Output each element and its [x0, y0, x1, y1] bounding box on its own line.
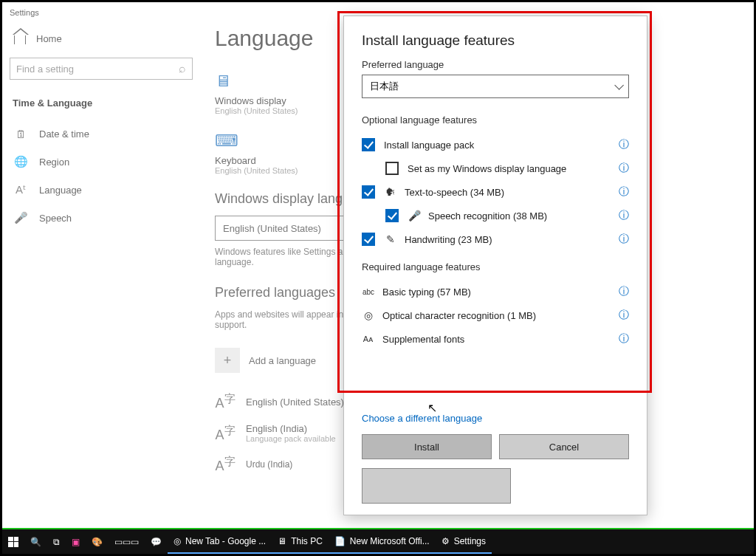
windows-logo-icon	[8, 537, 18, 547]
language-icon: Aᵗ	[14, 183, 27, 196]
taskbar: 🔍 ⧉ ▣ 🎨 ▭▭▭ 💬 ◎ New Tab - Google ... 🖥 T…	[2, 528, 754, 554]
home-label: Home	[36, 33, 62, 44]
start-button[interactable]	[2, 529, 24, 554]
sidebar-section-header: Time & Language	[10, 93, 194, 120]
taskbar-app-this-pc[interactable]: 🖥 This PC	[272, 529, 329, 554]
search-placeholder: Find a setting	[16, 64, 74, 75]
tile-keyboard[interactable]: ⌨ Keyboard English (United States)	[215, 131, 326, 175]
language-glyph-icon: A字	[215, 455, 236, 474]
ocr-icon: ◎	[362, 309, 375, 321]
language-subtext: Language pack available	[246, 434, 336, 443]
taskbar-pinned-app[interactable]: 💬	[145, 529, 168, 554]
sidebar-item-region[interactable]: 🌐 Region	[10, 148, 194, 176]
taskbar-app-office[interactable]: 📄 New Microsoft Offi...	[329, 529, 436, 554]
language-name: Urdu (India)	[246, 459, 292, 470]
taskbar-search[interactable]: 🔍	[24, 529, 47, 554]
feature-install-language-pack[interactable]: Install language pack ⓘ	[362, 133, 629, 157]
taskbar-app-label: Settings	[454, 536, 486, 546]
preferred-language-label: Preferred language	[362, 59, 629, 70]
calendar-icon: 🗓	[14, 128, 27, 140]
taskbar-app-chrome[interactable]: ◎ New Tab - Google ...	[168, 529, 272, 554]
language-glyph-icon: A字	[215, 392, 236, 411]
sidebar-item-label: Language	[39, 185, 82, 196]
taskbar-pinned-app[interactable]: ▣	[66, 529, 86, 554]
feature-text-to-speech[interactable]: 🗣 Text-to-speech (34 MB) ⓘ	[362, 180, 629, 204]
feature-handwriting[interactable]: ✎ Handwriting (23 MB) ⓘ	[362, 227, 629, 251]
pc-icon: 🖥	[278, 536, 286, 546]
optional-features-header: Optional language features	[362, 114, 629, 126]
fonts-icon: Aᴀ	[362, 334, 375, 344]
feature-label: Speech recognition (38 MB)	[428, 210, 547, 222]
sidebar-item-date-time[interactable]: 🗓 Date & time	[10, 120, 194, 148]
feature-label: Basic typing (57 MB)	[382, 286, 471, 298]
feature-basic-typing: abc Basic typing (57 MB) ⓘ	[362, 280, 629, 303]
home-icon	[14, 34, 26, 44]
feature-label: Handwriting (23 MB)	[405, 234, 492, 245]
feature-speech-recognition[interactable]: 🎤 Speech recognition (38 MB) ⓘ	[362, 204, 629, 227]
dialog-title: Install language features	[362, 32, 629, 49]
language-name: English (United States)	[246, 397, 344, 408]
taskbar-app-settings[interactable]: ⚙ Settings	[436, 529, 492, 554]
taskbar-pinned-app[interactable]: ▭▭▭	[109, 529, 145, 554]
taskbar-app-label: This PC	[291, 536, 323, 546]
handwriting-icon: ✎	[384, 233, 397, 245]
info-icon[interactable]: ⓘ	[619, 233, 629, 246]
language-name: English (India)	[246, 423, 307, 434]
choose-different-language-link[interactable]: Choose a different language	[362, 413, 629, 424]
tts-icon: 🗣	[384, 186, 397, 198]
install-button[interactable]: Install	[362, 434, 492, 459]
dropdown-value: 日本語	[370, 80, 399, 93]
preferred-language-dropdown[interactable]: 日本語	[362, 75, 629, 98]
checkbox-unchecked-icon[interactable]	[385, 162, 399, 175]
checkbox-checked-icon[interactable]	[362, 138, 375, 151]
info-icon[interactable]: ⓘ	[619, 138, 629, 151]
search-icon	[179, 62, 186, 75]
gear-icon: ⚙	[441, 536, 450, 546]
feature-supplemental-fonts: Aᴀ Supplemental fonts ⓘ	[362, 327, 629, 351]
home-nav[interactable]: Home	[10, 26, 194, 58]
info-icon[interactable]: ⓘ	[619, 185, 629, 199]
language-glyph-icon: A字	[215, 424, 236, 443]
info-icon[interactable]: ⓘ	[619, 309, 629, 322]
taskbar-app-label: New Tab - Google ...	[185, 536, 266, 546]
settings-sidebar: Home Find a setting Time & Language 🗓 Da…	[2, 26, 202, 529]
info-icon[interactable]: ⓘ	[619, 162, 629, 175]
keyboard-icon: ⌨	[215, 131, 326, 151]
sidebar-item-language[interactable]: Aᵗ Language	[10, 176, 194, 204]
sidebar-item-speech[interactable]: 🎤 Speech	[10, 204, 194, 232]
required-features-header: Required language features	[362, 261, 629, 272]
cancel-button[interactable]: Cancel	[499, 434, 629, 459]
tile-windows-display[interactable]: 🖥 Windows display English (United States…	[215, 72, 326, 115]
chrome-icon: ◎	[173, 536, 181, 546]
doc-icon: 📄	[334, 536, 346, 546]
tile-sublabel: English (United States)	[215, 166, 326, 175]
task-view[interactable]: ⧉	[47, 529, 66, 554]
info-icon[interactable]: ⓘ	[619, 209, 629, 222]
typing-icon: abc	[362, 288, 375, 296]
dropdown-value: English (United States)	[223, 223, 321, 234]
checkbox-checked-icon[interactable]	[362, 233, 375, 246]
add-language-label: Add a language	[249, 355, 316, 366]
info-icon[interactable]: ⓘ	[619, 332, 629, 346]
feature-label: Set as my Windows display language	[408, 163, 566, 174]
monitor-icon: 🖥	[215, 72, 326, 91]
sidebar-item-label: Date & time	[39, 128, 89, 140]
taskbar-pinned-app[interactable]: 🎨	[86, 529, 109, 554]
taskbar-app-label: New Microsoft Offi...	[350, 536, 430, 546]
tile-label: Windows display	[215, 95, 326, 106]
info-icon[interactable]: ⓘ	[619, 285, 629, 298]
globe-icon: 🌐	[14, 155, 27, 168]
mic-icon: 🎤	[14, 211, 27, 224]
search-input[interactable]: Find a setting	[10, 58, 193, 80]
chevron-down-icon	[614, 81, 621, 92]
tile-label: Keyboard	[215, 155, 326, 166]
feature-set-display-language[interactable]: Set as my Windows display language ⓘ	[362, 157, 629, 180]
plus-icon: +	[215, 348, 240, 373]
checkbox-checked-icon[interactable]	[385, 209, 399, 222]
checkbox-checked-icon[interactable]	[362, 185, 375, 199]
feature-ocr: ◎ Optical character recognition (1 MB) ⓘ	[362, 303, 629, 327]
feature-label: Install language pack	[384, 140, 474, 151]
feature-label: Text-to-speech (34 MB)	[405, 187, 504, 198]
feature-label: Supplemental fonts	[382, 334, 464, 345]
mic-icon: 🎤	[408, 210, 421, 222]
